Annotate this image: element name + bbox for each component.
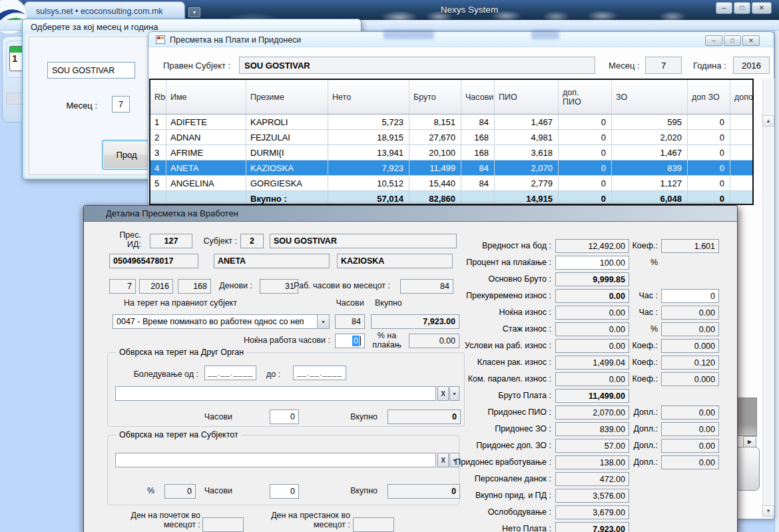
field-value[interactable]: 138.00 — [555, 455, 629, 469]
maximize-button[interactable]: □ — [734, 2, 750, 14]
field-label: Ком. паралел. износ : — [370, 374, 551, 384]
close-button[interactable]: ✕ — [752, 2, 772, 14]
field-value[interactable]: 839.00 — [555, 422, 629, 436]
field-value-2[interactable]: 0.000 — [661, 339, 719, 353]
month-input[interactable]: 7 — [112, 96, 130, 113]
detail-right-row: Ком. паралел. износ : 0.00 Коеф.: 0.000 — [84, 372, 723, 386]
detail-right-row: Бруто Плата : 11,499.00 — [84, 389, 723, 403]
scroll-up-icon: ▲ — [766, 118, 771, 124]
field-value[interactable]: 11,499.00 — [555, 389, 629, 403]
close-icon: ✕ — [748, 37, 754, 44]
col-header-pio[interactable]: ПИО — [495, 80, 559, 114]
minimize-button[interactable]: – — [716, 2, 732, 14]
field-value[interactable]: 7,923.00 — [555, 522, 629, 532]
field-value[interactable]: 100.00 — [555, 256, 629, 270]
desktop: sulsys.net • ecoconsulting.com.mk ▼ Nexy… — [0, 0, 779, 532]
vertical-scrollbar[interactable] — [762, 79, 774, 517]
col-header-dop-zo[interactable]: доп ЗО — [688, 80, 730, 114]
scroll-up-button[interactable]: ▲ — [762, 115, 774, 127]
field-label-2: Час : — [629, 308, 658, 317]
scroll-right-icon: ▶ — [748, 439, 752, 445]
month-field[interactable]: 7 — [645, 57, 682, 74]
field-label: Персонален данок : — [370, 474, 551, 483]
child-close-button[interactable]: ✕ — [742, 35, 760, 46]
field-value-2[interactable]: 0.000 — [661, 372, 719, 386]
field-label: Вкупно прид. и ПД : — [370, 491, 551, 500]
child-minimize-button[interactable]: – — [705, 35, 722, 46]
detail-right-row: Придонес доп. ЗО : 57.00 Допл.: 0.00 — [84, 439, 723, 453]
field-value[interactable]: 0.00 — [555, 306, 629, 320]
field-value-2[interactable]: 0 — [661, 289, 719, 303]
col-header-dopol[interactable]: допол — [730, 80, 754, 114]
table-row[interactable]: Вкупно : 57,014 82,860 14,915 0 6,048 0 — [150, 191, 752, 205]
field-value[interactable]: 0.00 — [555, 372, 629, 386]
field-value-2[interactable]: 0.00 — [661, 306, 719, 320]
month-label: Месец : — [609, 61, 640, 71]
scroll-right-button[interactable]: ▶ — [743, 436, 756, 447]
field-value[interactable]: 472.00 — [555, 472, 629, 486]
detail-right-row: Придонес ЗО : 839.00 Допл.: 0.00 — [84, 422, 723, 436]
col-header-dop-pio[interactable]: доп. ПИО — [559, 80, 612, 114]
field-value-2[interactable]: 0.00 — [661, 455, 719, 469]
field-value-2[interactable]: 0.00 — [661, 322, 719, 336]
field-value[interactable]: 0.00 — [555, 322, 629, 336]
detail-right-row: Ноќна износ : 0.00 Час : 0.00 — [84, 306, 723, 320]
detail-right-row: Класен рак. износ : 1,499.04 Коеф.: 0.12… — [84, 356, 723, 370]
continue-button[interactable]: Прод — [102, 140, 151, 170]
field-label: Процент на плаќање : — [370, 258, 551, 267]
detail-window-title: Детална Пресметка на Вработен — [106, 208, 238, 218]
minimize-icon: – — [712, 37, 715, 44]
field-label-2: Допл.: — [629, 407, 658, 417]
field-label: Придонес ЗО : — [370, 424, 551, 433]
scroll-down-button[interactable]: ▼ — [762, 505, 774, 517]
field-label-2: Коеф.: — [629, 374, 658, 384]
table-row[interactable]: 1 ADIFETE KAPROLI 5,723 8,151 84 1,467 0… — [150, 115, 752, 130]
maximize-icon: □ — [740, 5, 744, 11]
table-row[interactable]: 2 ADNAN FEJZULAI 18,915 27,670 168 4,981… — [150, 130, 752, 145]
field-value[interactable]: 2,070.00 — [555, 405, 629, 419]
col-header-ime[interactable]: Име — [166, 80, 246, 114]
field-value[interactable]: 3,576.00 — [555, 489, 629, 503]
field-value-2[interactable]: 1.601 — [661, 239, 719, 253]
tab-dropdown-icon[interactable]: ▼ — [188, 7, 200, 17]
payroll-window-titlebar: Пресметка на Плати и Придонеси – □ ✕ — [148, 32, 774, 47]
col-header-casovi[interactable]: Часови — [461, 80, 495, 114]
year-field[interactable]: 2016 — [733, 57, 770, 74]
col-header-zo[interactable]: ЗО — [612, 80, 688, 114]
blurred-menu-text — [384, 30, 434, 39]
col-header-bruto[interactable]: Бруто — [409, 80, 461, 114]
close-icon: ✕ — [759, 5, 764, 11]
scroll-down-icon: ▼ — [766, 508, 771, 514]
restore-icon: □ — [730, 37, 734, 44]
field-value[interactable]: 3,679.00 — [555, 505, 629, 519]
detail-window: Детална Пресметка на Вработен Прес. ИД: … — [83, 205, 738, 532]
field-label-2: Коеф.: — [629, 241, 658, 250]
col-header-neto[interactable]: Нето — [328, 80, 409, 114]
field-value-2[interactable]: 0.00 — [661, 422, 719, 436]
table-row[interactable]: 5 ANGELINA GORGIESKA 10,512 15,440 84 2,… — [150, 176, 752, 191]
field-value[interactable]: 57.00 — [555, 439, 629, 453]
minimize-icon: – — [722, 5, 726, 11]
field-value[interactable]: 9,999.85 — [555, 272, 629, 286]
field-value[interactable]: 0.00 — [555, 339, 629, 353]
year-label: Година : — [693, 61, 726, 71]
blurred-menu-text — [531, 30, 559, 39]
field-label: Бруто Плата : — [370, 391, 551, 400]
col-header-rbr[interactable]: Rbr — [150, 80, 166, 114]
app-title: Nexys System — [426, 5, 513, 15]
field-value[interactable]: 12,492.00 — [555, 239, 629, 253]
legal-subject-field[interactable]: SOU GOSTIVAR — [239, 57, 595, 74]
table-row[interactable]: 4 ANETA KAZIOSKA 7,923 11,499 84 2,070 0… — [150, 160, 752, 176]
child-restore-button[interactable]: □ — [724, 35, 741, 46]
field-value[interactable]: 0.00 — [555, 289, 629, 303]
field-value-2[interactable]: 0.120 — [661, 356, 719, 370]
field-value[interactable]: 1,499.04 — [555, 356, 629, 370]
table-row[interactable]: 3 AFRIME DURMI{I 13,941 20,100 168 3,618… — [150, 145, 752, 160]
browser-tab[interactable]: sulsys.net • ecoconsulting.com.mk — [24, 1, 185, 20]
field-value-2[interactable]: 0.00 — [661, 405, 719, 419]
field-label: Придонес ПИО : — [370, 407, 551, 417]
col-header-prezime[interactable]: Презиме — [246, 80, 328, 114]
subject-combobox[interactable]: SOU GOSTIVAR — [47, 62, 135, 79]
field-label: Придонес доп. ЗО : — [370, 441, 551, 450]
field-value-2[interactable]: 0.00 — [661, 439, 719, 453]
